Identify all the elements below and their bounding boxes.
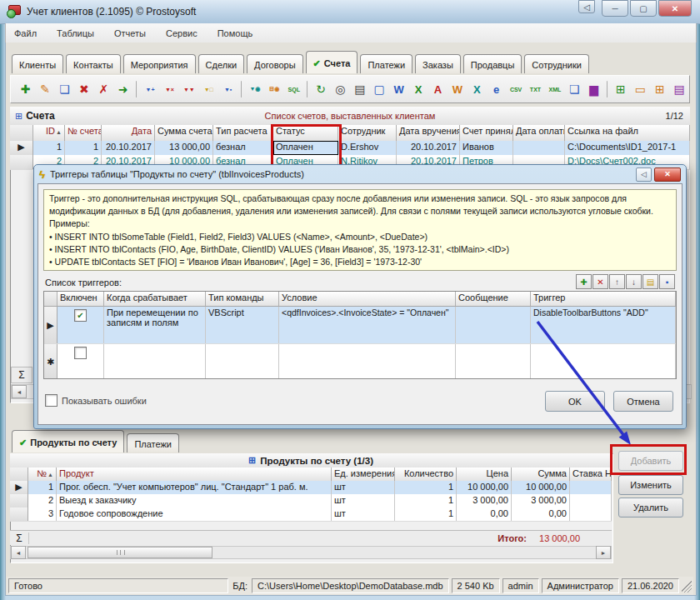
export-word-file-icon[interactable]: W (448, 79, 466, 99)
menu-service[interactable]: Сервис (158, 27, 206, 40)
scroll-left-icon[interactable]: ◄ (12, 385, 27, 398)
tab-events[interactable]: Мероприятия (123, 54, 196, 73)
scroll-left-icon[interactable]: ◄ (11, 546, 26, 559)
subtable-filter-icon[interactable]: ⊟◉ (266, 79, 283, 99)
filter-clear-all-icon[interactable]: ▼▼ (180, 79, 198, 99)
product-row-3[interactable]: 3 Годовое сопровождение шт 1 0,00 0,00 (10, 508, 612, 522)
trigger-move-down-icon[interactable]: ↓ (626, 274, 642, 289)
close-button[interactable]: ✕ (658, 0, 692, 17)
col-trigger[interactable]: Триггер (531, 292, 676, 306)
trigger-save-icon[interactable]: ▪ (659, 274, 675, 289)
import-record-icon[interactable]: ➜ (114, 79, 132, 99)
scrollbar-thumb[interactable] (28, 547, 212, 558)
filter-add-icon[interactable]: ▼+ (141, 79, 158, 99)
menu-tables[interactable]: Таблицы (48, 27, 102, 40)
filter-save-icon[interactable]: ▼▪ (219, 79, 237, 99)
col-payment-type[interactable]: Тип расчета (213, 125, 273, 141)
export-csv-icon[interactable]: CSV (507, 79, 524, 99)
menu-reports[interactable]: Отчеты (106, 27, 154, 40)
minimize-button[interactable]: ─ (602, 0, 628, 17)
sql-view-icon[interactable]: SQL (285, 79, 302, 99)
tab-payments[interactable]: Платежи (360, 54, 412, 73)
table-settings-icon[interactable]: ⊞ (651, 79, 668, 99)
col-message[interactable]: Сообщение (456, 292, 531, 306)
filter-view-icon[interactable]: ▼◉ (246, 79, 263, 99)
copy-record-icon[interactable]: ❏ (56, 79, 73, 99)
tab-sellers[interactable]: Продавцы (463, 54, 522, 73)
export-txt-icon[interactable]: TXT (527, 79, 544, 99)
trigger-delete-icon[interactable]: ✕ (592, 274, 608, 289)
tab-clients[interactable]: Клиенты (12, 54, 63, 73)
ok-button[interactable]: OK (545, 391, 605, 412)
maximize-button[interactable]: ▢ (630, 0, 657, 17)
col-accepted-by[interactable]: Счет принял (460, 125, 513, 141)
invoice-row-1[interactable]: ▶ 1 1 20.10.2017 13 000,00 безнал Оплаче… (10, 141, 690, 156)
dialog-back-button[interactable]: ◁ (636, 168, 652, 182)
col-employee[interactable]: Сотрудник (338, 125, 397, 141)
col-sum[interactable]: Сумма (512, 468, 570, 481)
trigger-row-1[interactable]: ▶ ✔ При перемещении по записям и полям V… (44, 307, 676, 344)
subtab-payments[interactable]: Платежи (127, 433, 179, 452)
window-back-button[interactable]: ◁ (578, 0, 595, 13)
tab-contracts[interactable]: Договоры (247, 54, 302, 73)
export-excel-file-icon[interactable]: X (468, 79, 486, 99)
col-product[interactable]: Продукт (57, 468, 332, 481)
refresh-icon[interactable]: ↻ (312, 79, 329, 99)
export-pdf-icon[interactable]: A (429, 79, 447, 99)
col-condition[interactable]: Условие (279, 292, 456, 306)
export-word-icon[interactable]: W (390, 79, 408, 99)
col-amount[interactable]: Сумма счета (155, 125, 213, 141)
tab-deals[interactable]: Сделки (198, 54, 245, 73)
tab-orders[interactable]: Заказы (415, 54, 461, 73)
trigger-open-icon[interactable]: ▤ (642, 274, 658, 289)
col-price[interactable]: Цена (457, 468, 512, 481)
preview-icon[interactable]: ▢ (371, 79, 388, 99)
tab-employees[interactable]: Сотрудники (524, 54, 589, 73)
show-errors-checkbox[interactable] (45, 394, 58, 407)
col-enabled[interactable]: Включен (58, 292, 104, 306)
filter-clear-icon[interactable]: ▼× (161, 79, 178, 99)
print-icon[interactable]: ▤ (351, 79, 368, 99)
col-command-type[interactable]: Тип команды (206, 292, 279, 306)
add-record-icon[interactable]: ✚ (17, 79, 34, 99)
trigger-enabled-checkbox[interactable] (74, 347, 87, 359)
col-vat-rate[interactable]: Ставка Н (570, 468, 612, 481)
resize-grip[interactable] (682, 579, 692, 592)
export-excel-icon[interactable]: X (409, 79, 427, 99)
product-row-1[interactable]: ▶ 1 Прог. обесп. "Учет компьютеров" лиц.… (10, 481, 612, 495)
col-file-link[interactable]: Ссылка на файл (565, 125, 690, 141)
edit-record-icon[interactable]: ✎ (36, 79, 53, 99)
col-date[interactable]: Дата (102, 125, 155, 141)
dialog-close-button[interactable]: ✕ (654, 168, 681, 182)
export-xml-icon[interactable]: XML (546, 79, 563, 99)
form-add-icon[interactable]: ⊞ (612, 79, 629, 99)
trigger-enabled-checkbox[interactable]: ✔ (74, 309, 87, 322)
chart-icon[interactable]: ▆ (585, 79, 602, 99)
trigger-add-icon[interactable]: ✚ (576, 274, 592, 289)
trigger-move-up-icon[interactable]: ↑ (609, 274, 625, 289)
col-quantity[interactable]: Количество (395, 468, 457, 481)
delete-button[interactable]: Удалить (618, 498, 683, 518)
edit-button[interactable]: Изменить (618, 475, 683, 495)
export-html-icon[interactable]: e (488, 79, 505, 99)
col-invoice-no[interactable]: № счета (65, 125, 102, 141)
menu-file[interactable]: Файл (6, 27, 45, 40)
col-delivery-date[interactable]: Дата вручения (397, 125, 460, 141)
subtab-invoice-products[interactable]: ✔ Продукты по счету (12, 430, 124, 452)
export-batch-icon[interactable]: ❏ (566, 79, 583, 99)
card-settings-icon[interactable]: ▤ (671, 79, 688, 99)
delete-record-icon[interactable]: ✖ (75, 79, 92, 99)
filter-open-icon[interactable]: ▼□ (200, 79, 218, 99)
col-id[interactable]: ID▲ (33, 125, 65, 141)
trigger-row-new[interactable]: ✱ (44, 344, 676, 379)
col-unit[interactable]: Ед. измерения (332, 468, 395, 481)
product-row-2[interactable]: 2 Выезд к заказчику шт 1 3 000,00 3 000,… (10, 494, 612, 508)
search-icon[interactable]: ◎ (332, 79, 349, 99)
col-no[interactable]: №▲ (28, 468, 57, 481)
tab-contacts[interactable]: Контакты (66, 54, 121, 73)
delete-selected-icon[interactable]: ✗ (95, 79, 112, 99)
form-settings-icon[interactable]: ▭ (632, 79, 649, 99)
products-hscrollbar[interactable]: ◄ ► (10, 546, 612, 559)
col-payment-date[interactable]: Дата оплаты (513, 125, 565, 141)
col-when[interactable]: Когда срабатывает (104, 292, 206, 306)
